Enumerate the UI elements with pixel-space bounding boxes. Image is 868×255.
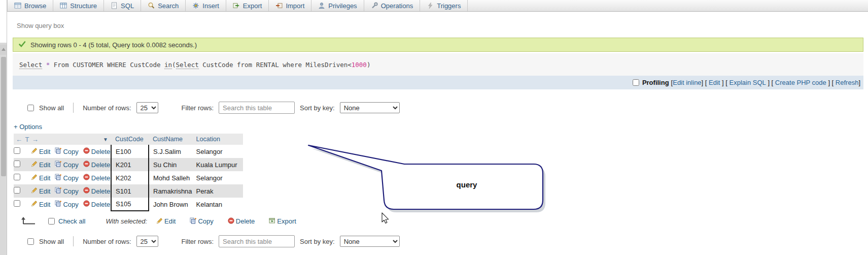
with-selected-bar: Check all With selected: Edit Copy Delet… — [20, 216, 868, 226]
row-checkbox[interactable] — [14, 174, 20, 180]
number-of-rows-label: Number of rows: — [83, 238, 131, 245]
tab-triggers[interactable]: Triggers — [420, 0, 468, 11]
cell-custcode: E100 — [111, 145, 149, 158]
refresh-link[interactable]: Refresh — [836, 79, 859, 86]
table-row[interactable]: Edit Copy Delete E100 S.J.Salim Selangor — [14, 145, 243, 158]
show-all-checkbox[interactable] — [27, 238, 34, 245]
filter-rows-input[interactable] — [219, 102, 295, 114]
tab-browse[interactable]: Browse — [7, 0, 53, 11]
edit-row-link[interactable]: Edit — [31, 187, 50, 195]
success-check-icon — [18, 41, 26, 49]
table-row[interactable]: Edit Copy Delete S101 Ramakrishna Perak — [14, 184, 243, 198]
cell-location: Kelantan — [192, 198, 243, 211]
explain-sql-link[interactable]: Explain SQL — [730, 79, 766, 86]
tab-operations[interactable]: Operations — [364, 0, 421, 11]
tab-label: Privileges — [328, 2, 357, 10]
cell-custcode: S105 — [111, 198, 149, 211]
edit-row-link[interactable]: Edit — [31, 174, 50, 182]
number-of-rows-select[interactable]: 25 — [136, 236, 158, 247]
show-query-box-link[interactable]: Show query box — [17, 22, 64, 29]
options-toggle-link[interactable]: + Options — [14, 123, 42, 131]
sort-by-key-label: Sort by key: — [300, 104, 335, 112]
sort-by-key-select[interactable]: None — [340, 236, 400, 247]
delete-icon — [83, 187, 90, 195]
copy-row-link[interactable]: Copy — [55, 174, 78, 182]
filter-rows-input[interactable] — [219, 235, 295, 247]
operations-icon — [371, 2, 378, 9]
number-of-rows-select[interactable]: 25 — [136, 102, 158, 113]
structure-icon — [60, 2, 67, 9]
table-row[interactable]: Edit Copy Delete K201 Su Chin Kuala Lump… — [14, 158, 243, 171]
tab-import[interactable]: Import — [269, 0, 311, 11]
tab-export[interactable]: Export — [226, 0, 269, 11]
pencil-icon — [31, 174, 38, 182]
sort-by-key-select[interactable]: None — [340, 102, 400, 113]
edit-inline-link[interactable]: Edit inline — [673, 79, 701, 86]
row-checkbox[interactable] — [14, 187, 20, 194]
copy-selected-link[interactable]: Copy — [190, 217, 213, 226]
edit-row-link[interactable]: Edit — [31, 161, 50, 169]
delete-row-link[interactable]: Delete — [83, 147, 111, 155]
browse-controls-top: Show all Number of rows: 25 Filter rows:… — [27, 102, 868, 114]
create-php-code-link[interactable]: Create PHP code — [775, 79, 826, 86]
delete-row-link[interactable]: Delete — [83, 200, 111, 208]
copy-icon — [55, 147, 61, 155]
tab-insert[interactable]: Insert — [186, 0, 226, 11]
row-checkbox[interactable] — [14, 147, 20, 154]
cell-location: Selangor — [192, 171, 243, 184]
edit-row-link[interactable]: Edit — [31, 200, 50, 208]
copy-row-link[interactable]: Copy — [55, 147, 78, 155]
with-selected-label: With selected: — [106, 217, 147, 225]
sort-descending-icon[interactable]: ▼ — [103, 137, 108, 142]
scrollbar-up-button[interactable] — [0, 45, 7, 55]
cell-custcode: K202 — [111, 171, 149, 184]
sql-query-band: Select * From CUSTOMER WHERE CustCode in… — [13, 53, 863, 76]
row-checkbox[interactable] — [14, 200, 20, 207]
tab-privileges[interactable]: Privileges — [311, 0, 364, 11]
column-header-custcode[interactable]: CustCode — [111, 134, 149, 145]
tab-label: Import — [286, 2, 304, 10]
column-header-custname[interactable]: CustName — [149, 134, 192, 145]
copy-row-link[interactable]: Copy — [55, 161, 78, 169]
copy-icon — [55, 174, 61, 182]
table-row[interactable]: Edit Copy Delete S105 John Brown Kelanta… — [14, 198, 243, 211]
copy-row-link[interactable]: Copy — [55, 200, 78, 208]
up-arrow-icon — [2, 48, 6, 51]
check-all-control[interactable]: Check all — [48, 217, 85, 225]
divider — [73, 236, 74, 246]
edit-link[interactable]: Edit — [709, 79, 720, 86]
export-selected-link[interactable]: Export — [269, 217, 296, 226]
profiling-checkbox[interactable] — [633, 79, 639, 86]
triggers-icon — [427, 2, 434, 9]
divider — [73, 103, 74, 113]
delete-selected-link[interactable]: Delete — [228, 217, 255, 226]
cell-custcode: S101 — [111, 184, 149, 198]
tab-label: Structure — [70, 2, 97, 10]
tab-search[interactable]: Search — [141, 0, 186, 11]
row-checkbox[interactable] — [14, 161, 20, 167]
tab-sql[interactable]: SQL — [104, 0, 141, 11]
show-all-label: Show all — [39, 104, 64, 112]
column-reorder-icon[interactable]: ← T → — [16, 136, 39, 143]
column-header-location[interactable]: Location — [192, 134, 243, 145]
show-all-checkbox[interactable] — [27, 105, 34, 111]
tab-label: Search — [158, 2, 179, 10]
sql-keyword: in — [164, 61, 172, 69]
delete-row-link[interactable]: Delete — [83, 187, 111, 195]
table-row[interactable]: Edit Copy Delete K202 Mohd Salleh Selang… — [14, 171, 243, 184]
delete-row-link[interactable]: Delete — [83, 174, 111, 182]
delete-row-link[interactable]: Delete — [83, 161, 111, 169]
edit-selected-link[interactable]: Edit — [156, 217, 176, 226]
filter-rows-label: Filter rows: — [182, 104, 214, 112]
sql-icon — [111, 2, 118, 9]
bent-arrow-icon — [20, 216, 37, 226]
delete-icon — [83, 200, 90, 208]
sort-by-key-label: Sort by key: — [300, 238, 335, 245]
profiling-label: Profiling — [642, 79, 669, 86]
edit-row-link[interactable]: Edit — [31, 147, 50, 155]
check-all-checkbox[interactable] — [48, 218, 55, 225]
copy-row-link[interactable]: Copy — [55, 187, 78, 195]
scrollbar-thumb[interactable] — [1, 57, 6, 176]
tab-structure[interactable]: Structure — [53, 0, 104, 11]
success-message: Showing rows 0 - 4 (5 total, Query took … — [13, 38, 863, 52]
